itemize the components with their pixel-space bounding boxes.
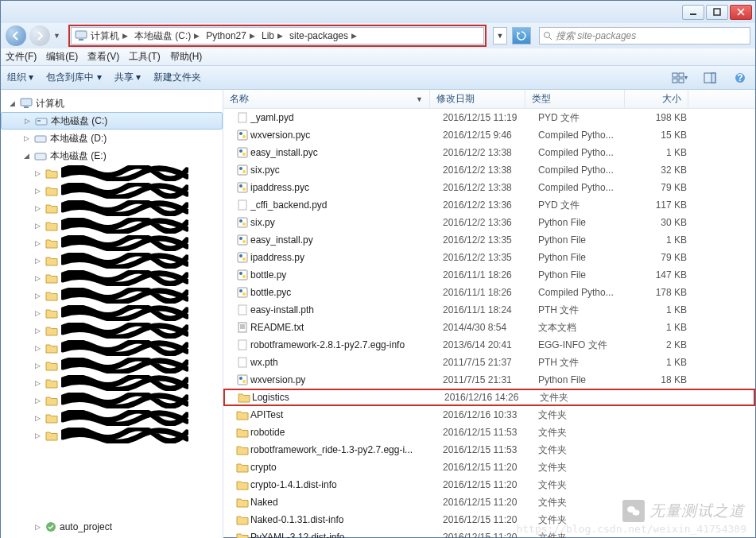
file-size: 147 KB (638, 269, 693, 281)
tree-folder-redacted[interactable]: ▷ (1, 374, 223, 392)
tree-folder-redacted[interactable]: ▷ (1, 182, 223, 199)
tree-folder-redacted[interactable]: ▷ (1, 199, 223, 217)
menu-view[interactable]: 查看(V) (87, 50, 119, 64)
file-row[interactable]: easy-install.pth2016/11/1 18:24PTH 文件1 K… (223, 301, 755, 319)
file-row[interactable]: easy_install.py2016/12/2 13:35Python Fil… (223, 231, 755, 249)
tree-folder-redacted[interactable]: ▷ (1, 234, 223, 252)
minimize-button[interactable] (682, 5, 704, 20)
redaction-scribble (61, 183, 188, 199)
folder-icon (45, 290, 58, 301)
toolbar-share[interactable]: 共享 ▾ (114, 71, 141, 84)
col-date[interactable]: 修改日期 (430, 90, 525, 108)
file-row[interactable]: ipaddress.pyc2016/12/2 13:38Compiled Pyt… (223, 179, 755, 196)
breadcrumb-item-0[interactable]: 计算机▶ (87, 29, 131, 43)
tree-folder-redacted[interactable]: ▷ (1, 339, 223, 357)
file-date: 2016/11/1 18:26 (443, 269, 538, 281)
txt-icon (236, 322, 250, 333)
view-options-icon[interactable]: ▾ (671, 70, 688, 86)
file-row[interactable]: wxversion.py2011/7/15 21:31Python File18… (223, 371, 755, 389)
svg-rect-7 (673, 79, 677, 83)
file-row[interactable]: ipaddress.py2016/12/2 13:35Python File79… (223, 249, 755, 266)
breadcrumb-item-4[interactable]: site-packages▶ (286, 30, 360, 41)
file-row[interactable]: bottle.py2016/11/1 18:26Python File147 K… (223, 266, 755, 284)
refresh-button[interactable] (512, 27, 531, 45)
svg-rect-18 (35, 153, 46, 160)
file-row[interactable]: six.pyc2016/12/2 13:38Compiled Pytho...3… (223, 161, 755, 179)
file-date: 2016/11/1 18:26 (443, 287, 538, 298)
svg-rect-8 (679, 79, 684, 83)
file-row[interactable]: README.txt2014/4/30 8:54文本文档1 KB (223, 319, 755, 336)
tree-computer[interactable]: ◢ 计算机 (1, 95, 223, 112)
tree-folder-redacted[interactable]: ▷ (1, 357, 223, 374)
tree-folder-redacted[interactable]: ▷ (1, 304, 223, 322)
file-row[interactable]: Logistics2016/12/16 14:26文件夹 (223, 389, 755, 406)
file-name: README.txt (250, 322, 443, 333)
history-dropdown-icon[interactable]: ▼ (53, 32, 60, 40)
file-type: 文件夹 (538, 426, 638, 439)
redaction-scribble (61, 323, 188, 339)
toolbar-organize[interactable]: 组织 ▾ (7, 71, 33, 84)
folder-icon (45, 430, 58, 441)
tree-folder-redacted[interactable]: ▷ (1, 287, 223, 304)
file-row[interactable]: crypto-1.4.1.dist-info2016/12/15 11:20文件… (223, 476, 755, 493)
col-name[interactable]: 名称▼ (223, 90, 430, 108)
svg-text:?: ? (737, 72, 742, 83)
tree-folder-redacted[interactable]: ▷ (1, 427, 223, 444)
search-input[interactable]: 搜索 site-packages (539, 27, 750, 45)
breadcrumb-item-2[interactable]: Python27▶ (203, 30, 258, 41)
file-row[interactable]: _cffi_backend.pyd2016/12/2 13:36PYD 文件11… (223, 196, 755, 214)
file-row[interactable]: robotframework_ride-1.3-py2.7.egg-i...20… (223, 441, 755, 459)
search-icon (543, 31, 552, 41)
maximize-button[interactable] (706, 5, 728, 20)
folder-icon (45, 343, 58, 354)
toolbar-include[interactable]: 包含到库中 ▾ (46, 71, 101, 84)
menu-edit[interactable]: 编辑(E) (46, 50, 78, 64)
tree-drive-e[interactable]: ◢ 本地磁盘 (E:) (1, 147, 223, 164)
col-size[interactable]: 大小 (625, 90, 688, 108)
file-row[interactable]: bottle.pyc2016/11/1 18:26Compiled Pytho.… (223, 284, 755, 301)
tree-drive-c[interactable]: ▷ 本地磁盘 (C:) (1, 112, 223, 130)
back-button[interactable] (6, 25, 26, 46)
col-type[interactable]: 类型 (525, 90, 625, 108)
tree-folder-redacted[interactable]: ▷ (1, 409, 223, 427)
file-row[interactable]: wx.pth2011/7/15 21:37PTH 文件1 KB (223, 354, 755, 371)
forward-button[interactable] (29, 25, 50, 46)
tree-folder-redacted[interactable]: ▷ (1, 269, 223, 287)
recent-dropdown[interactable]: ▼ (493, 27, 507, 45)
file-icon (236, 357, 250, 368)
menu-tools[interactable]: 工具(T) (129, 50, 160, 64)
toolbar-newfolder[interactable]: 新建文件夹 (153, 71, 201, 84)
close-button[interactable] (730, 5, 752, 20)
tree-folder-redacted[interactable]: ▷ (1, 217, 223, 234)
file-size: 32 KB (638, 164, 693, 176)
file-row[interactable]: wxversion.pyc2016/12/15 9:46Compiled Pyt… (223, 126, 755, 144)
file-row[interactable]: _yaml.pyd2016/12/15 11:19PYD 文件198 KB (223, 109, 755, 126)
tree-footer-item[interactable]: ▷ auto_project (1, 518, 223, 536)
breadcrumb-item-3[interactable]: Lib▶ (258, 30, 286, 41)
tree-folder-redacted[interactable]: ▷ (1, 252, 223, 269)
content-area: ◢ 计算机 ▷ 本地磁盘 (C:) ▷ 本地磁盘 (D:) ◢ 本地磁盘 (E:… (1, 90, 755, 538)
menu-file[interactable]: 文件(F) (6, 50, 37, 64)
pyc-icon (236, 130, 250, 141)
menubar: 文件(F) 编辑(E) 查看(V) 工具(T) 帮助(H) (1, 48, 755, 66)
file-row[interactable]: easy_install.pyc2016/12/2 13:38Compiled … (223, 144, 755, 161)
tree-folder-redacted[interactable]: ▷ (1, 164, 223, 182)
nav-tree[interactable]: ◢ 计算机 ▷ 本地磁盘 (C:) ▷ 本地磁盘 (D:) ◢ 本地磁盘 (E:… (1, 90, 223, 538)
file-row[interactable]: Naked2016/12/15 11:20文件夹 (223, 493, 755, 511)
tree-drive-d[interactable]: ▷ 本地磁盘 (D:) (1, 130, 223, 147)
tree-folder-redacted[interactable]: ▷ (1, 392, 223, 409)
file-row[interactable]: six.py2016/12/2 13:36Python File30 KB (223, 214, 755, 231)
file-size: 1 KB (638, 147, 693, 158)
help-icon[interactable]: ? (731, 70, 749, 86)
file-row[interactable]: APITest2016/12/16 10:33文件夹 (223, 406, 755, 424)
tree-folder-redacted[interactable]: ▷ (1, 322, 223, 339)
file-row[interactable]: robotide2016/12/15 11:53文件夹 (223, 424, 755, 441)
file-date: 2016/12/15 11:53 (443, 444, 538, 455)
menu-help[interactable]: 帮助(H) (170, 50, 203, 64)
file-row[interactable]: crypto2016/12/15 11:20文件夹 (223, 459, 755, 476)
file-row[interactable]: robotframework-2.8.1-py2.7.egg-info2013/… (223, 336, 755, 354)
breadcrumb[interactable]: 计算机▶ 本地磁盘 (C:)▶ Python27▶ Lib▶ site-pack… (71, 27, 484, 45)
file-list[interactable]: 名称▼ 修改日期 类型 大小 _yaml.pyd2016/12/15 11:19… (223, 90, 755, 538)
breadcrumb-item-1[interactable]: 本地磁盘 (C:)▶ (131, 29, 203, 43)
preview-pane-icon[interactable] (701, 70, 719, 86)
